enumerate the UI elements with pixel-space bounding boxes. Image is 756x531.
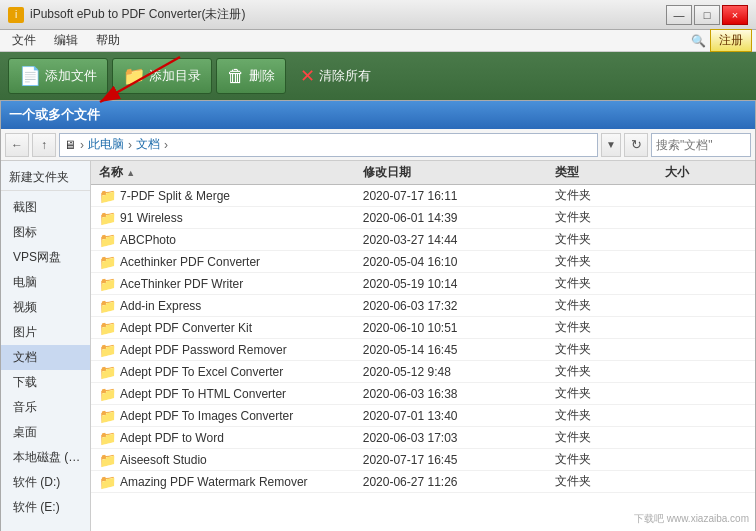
file-list-area: 名称 ▲ 修改日期 类型 大小 📁 7-PDF Split & Merge 20… — [91, 161, 755, 531]
close-button[interactable]: × — [722, 5, 748, 25]
table-row[interactable]: 📁 91 Wireless 2020-06-01 14:39 文件夹 — [91, 207, 755, 229]
add-file-label: 添加文件 — [45, 67, 97, 85]
file-date-cell: 2020-06-03 16:38 — [359, 387, 551, 401]
table-row[interactable]: 📁 Adept PDF to Word 2020-06-03 17:03 文件夹 — [91, 427, 755, 449]
register-button[interactable]: 注册 — [710, 29, 752, 52]
col-type[interactable]: 类型 — [551, 164, 661, 181]
table-row[interactable]: 📁 Adept PDF To HTML Converter 2020-06-03… — [91, 383, 755, 405]
table-row[interactable]: 📁 Adept PDF To Excel Converter 2020-05-1… — [91, 361, 755, 383]
folder-icon: 📁 — [99, 430, 116, 446]
file-list: 📁 7-PDF Split & Merge 2020-07-17 16:11 文… — [91, 185, 755, 531]
sidebar: 新建文件夹 截图 图标 VPS网盘 电脑 视频 图片 文档 下载 音乐 桌面 本… — [1, 161, 91, 531]
delete-icon: 🗑 — [227, 66, 245, 87]
delete-button[interactable]: 🗑 删除 — [216, 58, 286, 94]
menu-bar: 文件 编辑 帮助 🔍 注册 — [0, 30, 756, 52]
file-name-cell: 📁 Adept PDF To HTML Converter — [95, 386, 359, 402]
path-docs[interactable]: 文档 — [136, 136, 160, 153]
address-bar: ← ↑ 🖥 › 此电脑 › 文档 › ▼ ↻ — [1, 129, 755, 161]
sidebar-item-pictures[interactable]: 图片 — [1, 320, 90, 345]
sidebar-item-drive-c[interactable]: 本地磁盘 (C:) — [1, 445, 90, 470]
table-row[interactable]: 📁 Adept PDF Password Remover 2020-05-14 … — [91, 339, 755, 361]
file-type-cell: 文件夹 — [551, 451, 661, 468]
title-bar: i iPubsoft ePub to PDF Converter(未注册) — … — [0, 0, 756, 30]
toolbar: 📄 添加文件 📁 添加目录 🗑 删除 ✕ 清除所有 — [0, 52, 756, 100]
folder-icon: 📁 — [99, 254, 116, 270]
col-date[interactable]: 修改日期 — [359, 164, 551, 181]
file-date-cell: 2020-06-03 17:32 — [359, 299, 551, 313]
sidebar-item-icons[interactable]: 图标 — [1, 220, 90, 245]
menu-help[interactable]: 帮助 — [88, 30, 128, 51]
clear-all-button[interactable]: ✕ 清除所有 — [290, 58, 381, 94]
file-name-cell: 📁 ABCPhoto — [95, 232, 359, 248]
sidebar-item-desktop[interactable]: 桌面 — [1, 420, 90, 445]
table-row[interactable]: 📁 Adept PDF Converter Kit 2020-06-10 10:… — [91, 317, 755, 339]
folder-icon: 📁 — [99, 474, 116, 490]
sidebar-item-docs[interactable]: 文档 — [1, 345, 90, 370]
folder-icon: 📁 — [99, 364, 116, 380]
app-icon: i — [8, 7, 24, 23]
table-row[interactable]: 📁 ABCPhoto 2020-03-27 14:44 文件夹 — [91, 229, 755, 251]
col-size[interactable]: 大小 — [661, 164, 751, 181]
title-controls: — □ × — [666, 5, 748, 25]
file-type-cell: 文件夹 — [551, 209, 661, 226]
path-thispc[interactable]: 此电脑 — [88, 136, 124, 153]
add-dir-icon: 📁 — [123, 65, 145, 87]
menu-file[interactable]: 文件 — [4, 30, 44, 51]
table-row[interactable]: 📁 Adept PDF To Images Converter 2020-07-… — [91, 405, 755, 427]
path-separator-2: › — [128, 138, 132, 152]
folder-icon: 📁 — [99, 210, 116, 226]
sidebar-item-video[interactable]: 视频 — [1, 295, 90, 320]
file-name-cell: 📁 Add-in Express — [95, 298, 359, 314]
file-date-cell: 2020-05-12 9:48 — [359, 365, 551, 379]
maximize-button[interactable]: □ — [694, 5, 720, 25]
file-list-header: 名称 ▲ 修改日期 类型 大小 — [91, 161, 755, 185]
folder-icon: 📁 — [99, 232, 116, 248]
sidebar-item-drive-e[interactable]: 软件 (E:) — [1, 495, 90, 520]
file-date-cell: 2020-06-27 11:26 — [359, 475, 551, 489]
file-name-cell: 📁 Adept PDF To Images Converter — [95, 408, 359, 424]
watermark: 下载吧 www.xiazaiba.com — [631, 511, 752, 527]
back-button[interactable]: ← — [5, 133, 29, 157]
search-input[interactable] — [651, 133, 751, 157]
add-dir-label: 添加目录 — [149, 67, 201, 85]
table-row[interactable]: 📁 Aiseesoft Studio 2020-07-17 16:45 文件夹 — [91, 449, 755, 471]
file-date-cell: 2020-07-17 16:45 — [359, 453, 551, 467]
sidebar-item-pc[interactable]: 电脑 — [1, 270, 90, 295]
col-name[interactable]: 名称 ▲ — [95, 164, 359, 181]
new-folder-button[interactable]: 新建文件夹 — [1, 165, 90, 191]
file-date-cell: 2020-07-17 16:11 — [359, 189, 551, 203]
minimize-button[interactable]: — — [666, 5, 692, 25]
table-row[interactable]: 📁 Acethinker PDF Converter 2020-05-04 16… — [91, 251, 755, 273]
table-row[interactable]: 📁 AceThinker PDF Writer 2020-05-19 10:14… — [91, 273, 755, 295]
table-row[interactable]: 📁 Add-in Express 2020-06-03 17:32 文件夹 — [91, 295, 755, 317]
menu-edit[interactable]: 编辑 — [46, 30, 86, 51]
sidebar-item-downloads[interactable]: 下载 — [1, 370, 90, 395]
file-type-cell: 文件夹 — [551, 231, 661, 248]
up-button[interactable]: ↑ — [32, 133, 56, 157]
file-date-cell: 2020-05-04 16:10 — [359, 255, 551, 269]
file-type-cell: 文件夹 — [551, 275, 661, 292]
folder-icon: 📁 — [99, 342, 116, 358]
file-name-cell: 📁 7-PDF Split & Merge — [95, 188, 359, 204]
file-dialog: 一个或多个文件 ← ↑ 🖥 › 此电脑 › 文档 › ▼ ↻ 新建文件夹 截图 … — [0, 100, 756, 531]
file-type-cell: 文件夹 — [551, 429, 661, 446]
main-content: 新建文件夹 截图 图标 VPS网盘 电脑 视频 图片 文档 下载 音乐 桌面 本… — [1, 161, 755, 531]
refresh-button[interactable]: ↻ — [624, 133, 648, 157]
sidebar-item-vpsdisk[interactable]: VPS网盘 — [1, 245, 90, 270]
address-path: 🖥 › 此电脑 › 文档 › — [59, 133, 598, 157]
search-icon: 🔍 — [691, 34, 706, 48]
file-date-cell: 2020-05-19 10:14 — [359, 277, 551, 291]
sidebar-item-drive-d[interactable]: 软件 (D:) — [1, 470, 90, 495]
add-file-button[interactable]: 📄 添加文件 — [8, 58, 108, 94]
file-name-cell: 📁 Adept PDF Password Remover — [95, 342, 359, 358]
file-type-cell: 文件夹 — [551, 363, 661, 380]
menu-right: 🔍 注册 — [691, 29, 752, 52]
folder-icon: 📁 — [99, 408, 116, 424]
sidebar-item-screenshot[interactable]: 截图 — [1, 195, 90, 220]
path-dropdown[interactable]: ▼ — [601, 133, 621, 157]
add-dir-button[interactable]: 📁 添加目录 — [112, 58, 212, 94]
sidebar-item-music[interactable]: 音乐 — [1, 395, 90, 420]
table-row[interactable]: 📁 Amazing PDF Watermark Remover 2020-06-… — [91, 471, 755, 493]
title-text: iPubsoft ePub to PDF Converter(未注册) — [30, 6, 245, 23]
table-row[interactable]: 📁 7-PDF Split & Merge 2020-07-17 16:11 文… — [91, 185, 755, 207]
